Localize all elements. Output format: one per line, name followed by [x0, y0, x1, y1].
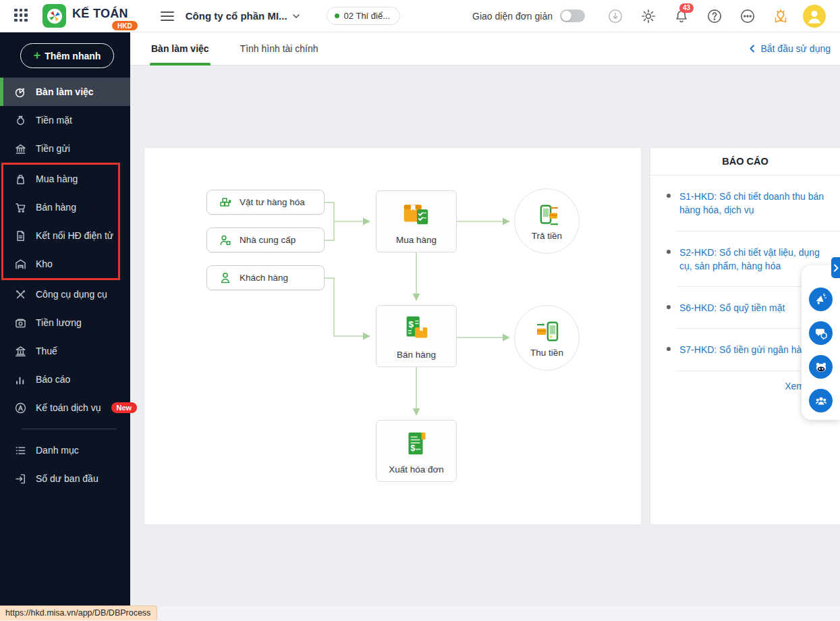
tab-workspace[interactable]: Bàn làm việc	[150, 32, 211, 65]
chat-icon	[814, 327, 828, 340]
bank-deposit-icon	[14, 142, 27, 155]
idea-icon[interactable]	[773, 8, 789, 24]
sidebar-item-label: Bàn làm việc	[36, 86, 94, 97]
accounting-service-icon	[14, 402, 27, 414]
announcements-button[interactable]	[809, 288, 833, 311]
download-icon[interactable]	[607, 8, 623, 24]
purchase-process-box[interactable]: Mua hàng	[376, 190, 457, 252]
company-name: Công ty cổ phần MI...	[186, 10, 287, 22]
pay-circle[interactable]: Trả tiền	[514, 188, 580, 254]
sidebar-item-einvoice[interactable]: Kết nối HĐ điện tử	[3, 221, 118, 250]
chat-support-button[interactable]	[809, 321, 833, 345]
sidebar-item-opening-balance[interactable]: Số dư ban đầu	[0, 464, 130, 493]
sidebar-item-salary[interactable]: Tiền lương	[0, 308, 130, 337]
sidebar-divider	[22, 429, 117, 429]
help-icon[interactable]	[706, 8, 723, 24]
tax-icon	[14, 345, 27, 358]
sidebar-item-tools[interactable]: Công cụ dụng cụ	[0, 280, 130, 308]
report-link: S6-HKD: Sổ quỹ tiền mặt	[679, 301, 785, 315]
purchase-icon	[14, 173, 27, 186]
menu-icon[interactable]	[161, 9, 174, 24]
sidebar-item-label: Bán hàng	[36, 202, 76, 213]
sidebar-item-reports[interactable]: Báo cáo	[0, 365, 130, 394]
chevron-down-icon	[291, 11, 302, 22]
sale-process-box[interactable]: $ Bán hàng	[376, 305, 457, 367]
einvoice-icon	[14, 230, 27, 242]
start-using-link[interactable]: Bắt đầu sử dụng	[748, 43, 831, 54]
bell-icon[interactable]: 43	[673, 8, 690, 24]
reports-title: BÁO CÁO	[650, 148, 840, 176]
quick-add-button[interactable]: + Thêm nhanh	[20, 43, 114, 68]
sidebar-item-label: Báo cáo	[36, 374, 70, 385]
collect-label: Thu tiền	[530, 348, 563, 358]
sidebar-item-cash[interactable]: Tiền mặt	[0, 106, 130, 134]
customer-box[interactable]: Khách hàng	[206, 265, 325, 290]
supplier-icon	[219, 234, 232, 247]
assistant-button[interactable]	[809, 355, 833, 379]
bullet-icon	[667, 347, 671, 351]
quick-add-label: Thêm nhanh	[45, 51, 101, 61]
process-diagram-panel: Vật tư hàng hóa Nhà cung cấp Khách hàng	[144, 147, 642, 525]
cash-icon	[14, 114, 27, 127]
opening-balance-icon	[14, 473, 27, 485]
bullet-icon	[667, 305, 671, 309]
status-url: https://hkd.misa.vn/app/DB/DBProcess	[0, 605, 157, 620]
highlight-red-box: Mua hàng Bán hàng Kết nối HĐ điện tử Kho	[1, 163, 120, 280]
simple-ui-label: Giao diện đơn giản	[472, 11, 553, 22]
sidebar: + Thêm nhanh Bàn làm việc Tiền mặt Tiền …	[0, 32, 130, 606]
sidebar-item-label: Tiền lương	[36, 317, 82, 328]
panel-collapse-tab[interactable]	[831, 257, 840, 278]
sidebar-item-dashboard[interactable]: Bàn làm việc	[0, 78, 130, 106]
category-icon	[14, 444, 27, 457]
invoice-process-box[interactable]: $ Xuất hóa đơn	[376, 420, 457, 482]
goods-icon	[219, 196, 232, 209]
salary-icon	[14, 317, 27, 329]
sale-label: Bán hàng	[397, 350, 436, 360]
top-header: KẾ TOÁN HKD Công ty cổ phần MI... 02 Thí…	[0, 0, 840, 32]
sidebar-item-warehouse[interactable]: Kho	[3, 250, 118, 278]
collect-circle[interactable]: Thu tiền	[514, 305, 580, 371]
customer-label: Khách hàng	[240, 273, 288, 283]
sidebar-item-label: Thuế	[36, 346, 57, 356]
invoice-icon: $	[401, 428, 432, 459]
supplier-box[interactable]: Nhà cung cấp	[206, 227, 325, 252]
community-button[interactable]	[809, 389, 833, 412]
bullet-icon	[667, 250, 671, 254]
gear-icon[interactable]	[640, 8, 656, 24]
tab-finance[interactable]: Tình hình tài chính	[239, 32, 320, 65]
assistant-icon	[814, 360, 828, 374]
new-badge: New	[111, 402, 138, 413]
materials-box[interactable]: Vật tư hàng hóa	[206, 190, 325, 215]
green-dot-icon	[335, 14, 339, 18]
hkd-badge: HKD	[112, 21, 138, 30]
company-selector[interactable]: Công ty cổ phần MI...	[186, 10, 302, 22]
report-link: S1-HKD: Sổ chi tiết doanh thu bán hàng h…	[679, 190, 832, 217]
app-title: KẾ TOÁN	[72, 7, 128, 21]
report-item-s1[interactable]: S1-HKD: Sổ chi tiết doanh thu bán hàng h…	[650, 176, 840, 232]
tab-label: Bàn làm việc	[151, 43, 209, 54]
pay-label: Trả tiền	[532, 231, 562, 241]
sales-icon	[14, 201, 27, 214]
chevron-left-icon	[748, 44, 757, 53]
pilot-badge[interactable]: 02 Thí điể...	[327, 7, 400, 25]
plus-icon: +	[34, 49, 41, 63]
sidebar-item-sales[interactable]: Bán hàng	[3, 193, 118, 221]
sidebar-item-purchase[interactable]: Mua hàng	[3, 165, 118, 193]
invoice-label: Xuất hóa đơn	[389, 464, 444, 475]
sidebar-item-categories[interactable]: Danh mục	[0, 436, 130, 464]
purchase-package-icon	[401, 198, 432, 230]
start-using-label: Bắt đầu sử dụng	[760, 43, 831, 54]
notification-badge: 43	[679, 3, 694, 13]
sidebar-item-accounting-service[interactable]: Kế toán dịch vụ New	[0, 394, 130, 422]
tab-bar: Bàn làm việc Tình hình tài chính Bắt đầu…	[130, 32, 840, 65]
sidebar-item-bank-deposit[interactable]: Tiền gửi	[0, 134, 130, 163]
simple-ui-toggle[interactable]	[560, 9, 585, 22]
sidebar-item-label: Công cụ dụng cụ	[36, 289, 107, 300]
more-icon[interactable]	[739, 8, 756, 24]
avatar[interactable]	[803, 5, 826, 28]
misa-logo	[43, 4, 66, 28]
sidebar-item-label: Tiền mặt	[36, 115, 72, 126]
warehouse-icon	[14, 258, 27, 271]
sidebar-item-tax[interactable]: Thuế	[0, 337, 130, 365]
apps-grid-icon[interactable]	[14, 9, 29, 24]
